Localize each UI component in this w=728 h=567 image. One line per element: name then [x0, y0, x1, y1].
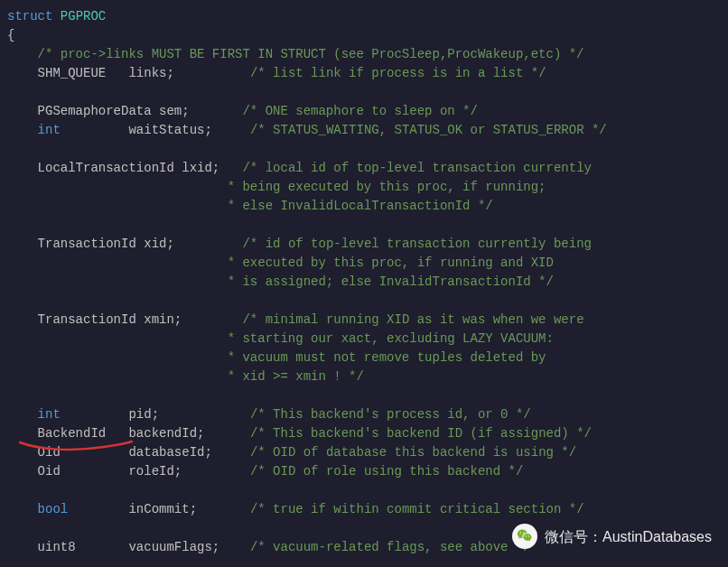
comment-xid-1: /* id of top-level transaction currently…	[242, 237, 591, 251]
comment-waitstatus: /* STATUS_WAITING, STATUS_OK or STATUS_E…	[250, 123, 607, 137]
field-incommit: inCommit;	[128, 502, 197, 516]
type-int: int	[7, 123, 61, 137]
comment-lxid-2: * being executed by this proc, if runnin…	[7, 180, 546, 194]
comment-sem: /* ONE semaphore to sleep on */	[242, 104, 477, 118]
field-links: links;	[128, 66, 173, 80]
type-int-pid: int	[7, 407, 61, 422]
type-bool: bool	[7, 502, 68, 516]
comment-lxid-3: * else InvalidLocalTransactionId */	[7, 199, 493, 213]
comment-lxid-1: /* local id of top-level transaction cur…	[242, 161, 591, 175]
comment-roleid: /* OID of role using this backend */	[250, 464, 523, 479]
type-backendid: BackendId	[7, 426, 106, 441]
field-pid: pid;	[128, 407, 159, 422]
field-roleid: roleId;	[128, 464, 182, 479]
field-databaseid: databaseId;	[128, 445, 211, 460]
field-backendid: backendId;	[128, 426, 204, 441]
comment-xid-2: * executed by this proc, if running and …	[7, 256, 554, 270]
field-lxid: lxid;	[182, 161, 219, 175]
type-shmqueue: SHM_QUEUE	[7, 66, 106, 80]
type-oid-db: Oid	[7, 445, 61, 460]
comment-first: /* proc->links MUST BE FIRST IN STRUCT (…	[7, 47, 584, 61]
type-txid: TransactionId	[7, 237, 144, 251]
comment-xid-3: * is assigned; else InvalidTransactionId…	[7, 274, 554, 289]
comment-xmin-3: * vacuum must not remove tuples deleted …	[7, 350, 546, 365]
type-localtxid: LocalTransactionId	[7, 161, 182, 175]
code-block: struct PGPROC { /* proc->links MUST BE F…	[0, 0, 728, 564]
type-pgsem: PGSemaphoreData	[7, 104, 159, 118]
field-waitstatus: waitStatus;	[128, 123, 211, 137]
comment-xmin-4: * xid >= xmin ! */	[7, 369, 364, 384]
struct-name: PGPROC	[61, 9, 106, 23]
field-sem: sem;	[159, 104, 190, 118]
field-vacuumflags: vacuumFlags;	[128, 540, 219, 554]
struct-keyword: struct	[7, 9, 52, 23]
comment-xmin-2: * starting our xact, excluding LAZY VACU…	[7, 331, 554, 346]
field-xmin: xmin;	[144, 312, 182, 327]
wechat-icon	[512, 524, 537, 549]
type-uint8: uint8	[7, 540, 76, 554]
comment-vacuumflags: /* vacuum-related flags, see above */	[250, 540, 531, 554]
watermark-text: 微信号：AustinDatabases	[545, 527, 712, 546]
watermark: 微信号：AustinDatabases	[512, 524, 712, 549]
type-oid-role: Oid	[7, 464, 61, 479]
comment-xmin-1: /* minimal running XID as it was when we…	[242, 312, 583, 327]
open-brace: {	[7, 28, 14, 42]
field-xid: xid;	[144, 237, 174, 251]
comment-databaseid: /* OID of database this backend is using…	[250, 445, 576, 460]
type-txid-xmin: TransactionId	[7, 312, 144, 327]
comment-incommit: /* true if within commit critical sectio…	[250, 502, 584, 516]
comment-links: /* list link if process is in a list */	[250, 66, 546, 80]
comment-pid: /* This backend's process id, or 0 */	[250, 407, 531, 422]
comment-backendid: /* This backend's backend ID (if assigne…	[250, 426, 592, 441]
